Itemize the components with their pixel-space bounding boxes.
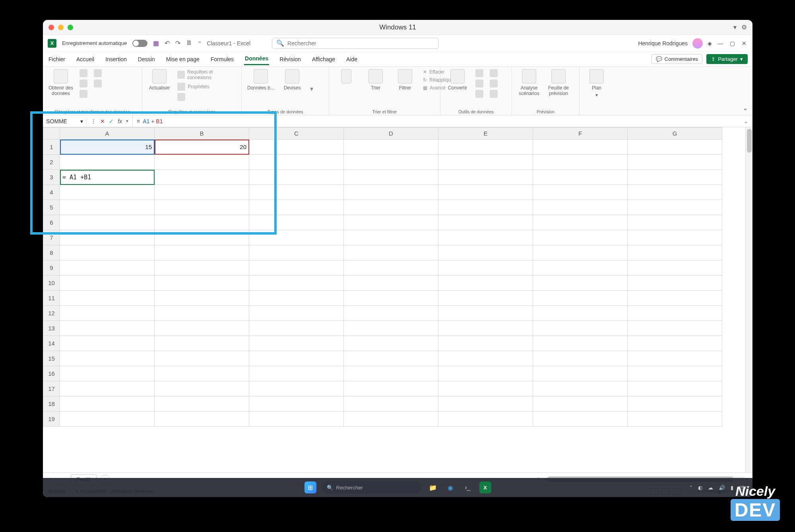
- tab-mise-en-page[interactable]: Mise en page: [165, 54, 200, 65]
- chevron-down-icon[interactable]: ▾: [126, 118, 128, 124]
- cell-F12[interactable]: [533, 306, 628, 321]
- cell-D6[interactable]: [344, 215, 438, 230]
- cell-F16[interactable]: [533, 366, 628, 381]
- cell-G18[interactable]: [628, 396, 722, 412]
- data-model-icon[interactable]: [490, 90, 498, 98]
- cell-B5[interactable]: [155, 200, 249, 215]
- cell-G6[interactable]: [628, 215, 722, 230]
- vertical-scrollbar[interactable]: [745, 127, 752, 472]
- cell-E2[interactable]: [438, 155, 533, 170]
- row-header[interactable]: 12: [43, 306, 60, 321]
- cell-G12[interactable]: [628, 306, 722, 321]
- cell-D11[interactable]: [344, 291, 438, 306]
- cell-D5[interactable]: [344, 200, 438, 215]
- cell-E5[interactable]: [438, 200, 533, 215]
- cell-E7[interactable]: [438, 230, 533, 245]
- tab-dessin[interactable]: Dessin: [137, 54, 156, 65]
- cell-B3[interactable]: [155, 170, 249, 185]
- cell-D16[interactable]: [344, 366, 438, 381]
- cell-E9[interactable]: [438, 260, 533, 276]
- cell-C11[interactable]: [249, 291, 344, 306]
- cell-D4[interactable]: [344, 185, 438, 200]
- cell-D13[interactable]: [344, 321, 438, 336]
- cell-C14[interactable]: [249, 336, 344, 351]
- from-table-icon[interactable]: [80, 90, 87, 98]
- cell-C6[interactable]: [249, 215, 344, 230]
- tab-fichier[interactable]: Fichier: [48, 54, 66, 65]
- flash-fill-icon[interactable]: [475, 69, 483, 77]
- stocks-type-button[interactable]: Données b...: [247, 69, 274, 91]
- consolidate-icon[interactable]: [490, 69, 498, 77]
- close-button[interactable]: ✕: [741, 40, 748, 47]
- row-header[interactable]: 16: [43, 366, 60, 381]
- gear-icon[interactable]: ⚙: [741, 23, 747, 31]
- cell-B18[interactable]: [155, 396, 249, 412]
- taskbar-search[interactable]: 🔍 Rechercher: [322, 481, 421, 494]
- tab-aide[interactable]: Aide: [345, 54, 358, 65]
- cell-D3[interactable]: [344, 170, 438, 185]
- row-header[interactable]: 10: [43, 276, 60, 291]
- properties-line[interactable]: Propriétés: [177, 83, 236, 91]
- cell-E14[interactable]: [438, 336, 533, 351]
- shield-icon[interactable]: ◐: [698, 485, 702, 491]
- comments-button[interactable]: 💬 Commentaires: [652, 54, 703, 64]
- text-to-columns-button[interactable]: Convertir: [446, 69, 469, 91]
- row-header[interactable]: 6: [43, 215, 60, 230]
- cell-A13[interactable]: [60, 321, 155, 336]
- cell-B16[interactable]: [155, 366, 249, 381]
- col-header-A[interactable]: A: [60, 128, 155, 140]
- row-header[interactable]: 2: [43, 155, 60, 170]
- cell-G9[interactable]: [628, 260, 722, 276]
- qat-more-icon[interactable]: ⁼: [198, 39, 201, 47]
- tab-formules[interactable]: Formules: [210, 54, 235, 65]
- cell-F11[interactable]: [533, 291, 628, 306]
- maximize-dot[interactable]: [68, 25, 73, 30]
- cell-G13[interactable]: [628, 321, 722, 336]
- cell-A16[interactable]: [60, 366, 155, 381]
- cell-C4[interactable]: [249, 185, 344, 200]
- cell-D2[interactable]: [344, 155, 438, 170]
- col-header-F[interactable]: F: [533, 128, 628, 140]
- cell-E6[interactable]: [438, 215, 533, 230]
- user-avatar[interactable]: [692, 38, 703, 49]
- row-header[interactable]: 3: [43, 170, 60, 185]
- edge-icon[interactable]: ◉: [444, 482, 456, 493]
- cell-A11[interactable]: [60, 291, 155, 306]
- cell-G5[interactable]: [628, 200, 722, 215]
- cell-B19[interactable]: [155, 412, 249, 427]
- cell-C18[interactable]: [249, 396, 344, 412]
- cell-F9[interactable]: [533, 260, 628, 276]
- file-icon[interactable]: 🗎: [186, 39, 192, 47]
- share-button[interactable]: ⇪ Partager ▾: [706, 54, 748, 64]
- cell-B8[interactable]: [155, 245, 249, 260]
- name-box[interactable]: SOMME ▾: [43, 118, 87, 124]
- spreadsheet-grid[interactable]: A B C D E F G 1152023= A1 +B145678910111…: [43, 127, 745, 472]
- cell-A7[interactable]: [60, 230, 155, 245]
- more-icon[interactable]: ⋮: [91, 118, 96, 124]
- cell-G1[interactable]: [628, 140, 722, 155]
- cell-F1[interactable]: [533, 140, 628, 155]
- types-more-icon[interactable]: ▾: [310, 85, 313, 93]
- cell-A1[interactable]: 15: [60, 140, 155, 155]
- cell-B2[interactable]: [155, 155, 249, 170]
- cell-F13[interactable]: [533, 321, 628, 336]
- cell-B10[interactable]: [155, 276, 249, 291]
- cell-F6[interactable]: [533, 215, 628, 230]
- sort-button[interactable]: Trier: [364, 69, 387, 91]
- cell-C10[interactable]: [249, 276, 344, 291]
- search-input[interactable]: [287, 40, 434, 47]
- col-header-D[interactable]: D: [344, 128, 438, 140]
- row-header[interactable]: 1: [43, 140, 60, 155]
- cloud-icon[interactable]: ☁: [708, 485, 713, 491]
- cell-G11[interactable]: [628, 291, 722, 306]
- cell-D9[interactable]: [344, 260, 438, 276]
- cell-C5[interactable]: [249, 200, 344, 215]
- cell-E18[interactable]: [438, 396, 533, 412]
- cell-A17[interactable]: [60, 381, 155, 396]
- terminal-icon[interactable]: ›_: [462, 482, 474, 493]
- cell-E19[interactable]: [438, 412, 533, 427]
- cell-D7[interactable]: [344, 230, 438, 245]
- cell-F7[interactable]: [533, 230, 628, 245]
- sort-az-button[interactable]: [335, 69, 358, 83]
- row-header[interactable]: 14: [43, 336, 60, 351]
